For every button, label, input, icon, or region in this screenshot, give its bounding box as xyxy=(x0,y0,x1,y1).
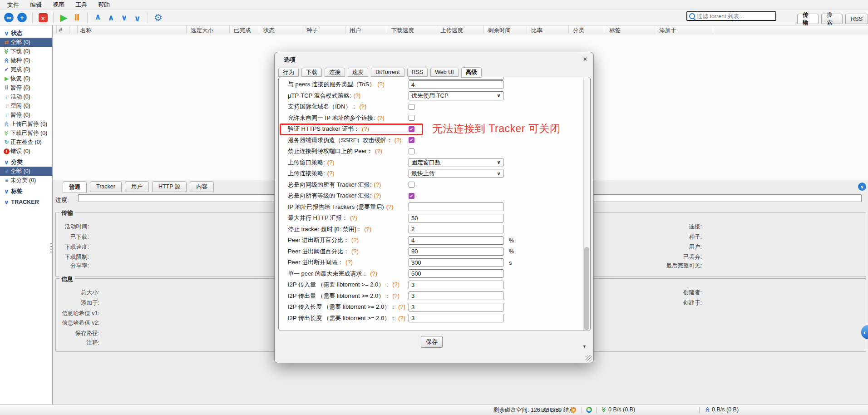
help-link[interactable]: (?) xyxy=(351,237,359,243)
filter-stalled-uploading[interactable]: ≫上传已暂停 (0) xyxy=(0,119,52,128)
setting-checkbox[interactable] xyxy=(409,182,414,188)
column-header-状态[interactable]: 状态 xyxy=(263,27,275,35)
help-link[interactable]: (?) xyxy=(374,181,381,188)
scrollbar-thumb[interactable] xyxy=(584,247,589,330)
resize-grip[interactable] xyxy=(586,355,592,361)
details-tab-内容[interactable]: 内容 xyxy=(190,181,214,192)
column-separator[interactable] xyxy=(77,26,78,34)
help-link[interactable]: (?) xyxy=(398,315,405,321)
column-header-上传速度[interactable]: 上传速度 xyxy=(440,27,463,35)
filter-resumed[interactable]: ▶恢复 (0) xyxy=(0,74,52,83)
move-up-button[interactable]: ∧ xyxy=(106,12,116,23)
column-separator[interactable] xyxy=(345,26,345,34)
column-header-剩余时间[interactable]: 剩余时间 xyxy=(488,27,511,35)
column-header-用户[interactable]: 用户 xyxy=(350,27,361,35)
setting-input[interactable]: 4 xyxy=(409,80,503,89)
filter-errored[interactable]: !错误 (0) xyxy=(0,147,52,156)
section-status[interactable]: ∨状态 xyxy=(0,29,52,38)
section-tags[interactable]: ∨标签 xyxy=(0,187,52,196)
help-link[interactable]: (?) xyxy=(327,159,335,166)
filter-stalled[interactable]: ↓↑暂停 (0) xyxy=(0,110,52,119)
filter-stalled-downloading[interactable]: ≫下载已暂停 (0) xyxy=(0,128,52,138)
scroll-down-icon[interactable]: ▼ xyxy=(582,344,587,349)
details-tab-Tracker[interactable]: Tracker xyxy=(90,181,122,192)
move-down-button[interactable]: ∨ xyxy=(119,12,129,23)
column-header-添加于[interactable]: 添加于 xyxy=(659,27,676,35)
tab-传输[interactable]: 传输 xyxy=(797,14,819,24)
upload-speed-status[interactable]: ≫ 0 B/s (0 B) xyxy=(705,406,739,413)
help-link[interactable]: (?) xyxy=(359,103,366,110)
help-link[interactable]: (?) xyxy=(364,226,371,232)
add-link-button[interactable]: ∞ xyxy=(4,12,14,23)
category-uncategorized[interactable]: ≡未分类 (0) xyxy=(0,176,52,185)
details-tab-用户[interactable]: 用户 xyxy=(125,181,149,192)
filter-active[interactable]: ↓↑活动 (0) xyxy=(0,92,52,101)
setting-select[interactable]: 优先使用 TCP∨ xyxy=(409,91,503,100)
setting-input[interactable]: 2 xyxy=(409,225,503,233)
column-separator[interactable] xyxy=(655,26,655,34)
dialog-scrollbar[interactable] xyxy=(583,78,590,330)
category-all[interactable]: ≡全部 (0) xyxy=(0,167,52,176)
help-link[interactable]: (?) xyxy=(374,192,381,199)
column-separator[interactable] xyxy=(483,26,484,34)
column-separator[interactable] xyxy=(259,26,259,34)
column-separator[interactable] xyxy=(387,26,387,34)
menu-item-视图[interactable]: 视图 xyxy=(47,0,70,10)
setting-select[interactable]: 最快上传∨ xyxy=(409,169,503,178)
column-separator[interactable] xyxy=(436,26,436,34)
filter-input[interactable] xyxy=(695,13,775,20)
column-header-名称[interactable]: 名称 xyxy=(80,27,92,35)
setting-input[interactable]: 300 xyxy=(409,258,503,267)
tab-RSS[interactable]: RSS xyxy=(845,14,868,24)
column-header-已完成[interactable]: 已完成 xyxy=(234,27,251,35)
add-torrent-button[interactable]: + xyxy=(17,12,27,23)
help-link[interactable]: (?) xyxy=(398,303,405,310)
setting-checkbox[interactable]: ✔ xyxy=(409,137,414,143)
help-link[interactable]: (?) xyxy=(392,281,399,288)
help-link[interactable]: (?) xyxy=(386,203,394,210)
column-separator[interactable] xyxy=(229,26,230,34)
resume-button[interactable]: ▶ xyxy=(59,12,69,23)
options-tab-下载[interactable]: 下载 xyxy=(301,68,322,77)
filter-seeding[interactable]: ≫做种 (0) xyxy=(0,56,52,65)
download-speed-status[interactable]: ≫ 0 B/s (0 B) xyxy=(601,406,635,413)
help-link[interactable]: (?) xyxy=(345,259,353,266)
help-link[interactable]: (?) xyxy=(327,170,335,177)
details-tab-普通[interactable]: 普通 xyxy=(63,181,87,193)
options-tab-BitTorrent[interactable]: BitTorrent xyxy=(371,68,404,77)
move-top-button[interactable]: ∧ xyxy=(93,12,103,23)
help-link[interactable]: (?) xyxy=(370,270,377,277)
section-categories[interactable]: ∨分类 xyxy=(0,158,52,167)
save-button[interactable]: 保存 xyxy=(421,336,443,348)
setting-input[interactable]: 4 xyxy=(409,236,503,245)
close-icon[interactable]: × xyxy=(583,55,587,63)
filter-paused[interactable]: Ⅱ暂停 (0) xyxy=(0,83,52,92)
menu-item-编辑[interactable]: 编辑 xyxy=(25,0,47,10)
column-header-比率[interactable]: 比率 xyxy=(531,27,542,35)
help-link[interactable]: (?) xyxy=(353,92,360,99)
column-separator[interactable] xyxy=(302,26,302,34)
setting-input[interactable]: 3 xyxy=(409,281,503,289)
setting-input[interactable]: 3 xyxy=(409,303,503,311)
setting-checkbox[interactable] xyxy=(409,148,414,154)
filter-checking[interactable]: ↻正在检查 (0) xyxy=(0,138,52,147)
column-separator[interactable] xyxy=(568,26,569,34)
help-link[interactable]: (?) xyxy=(392,292,399,299)
section-trackers[interactable]: ∨TRACKER xyxy=(0,198,52,207)
options-button[interactable]: ⚙ xyxy=(153,12,163,23)
menu-item-工具[interactable]: 工具 xyxy=(70,0,93,10)
column-header-标签[interactable]: 标签 xyxy=(609,27,621,35)
details-tab-HTTP 源[interactable]: HTTP 源 xyxy=(152,181,187,192)
column-header-分类[interactable]: 分类 xyxy=(573,27,584,35)
column-separator[interactable] xyxy=(69,26,69,34)
options-tab-Web UI[interactable]: Web UI xyxy=(430,68,458,77)
filter-all[interactable]: ⇄全部 (0) xyxy=(0,38,52,47)
menu-item-帮助[interactable]: 帮助 xyxy=(93,0,115,10)
pause-button[interactable]: Ⅱ xyxy=(72,12,82,23)
setting-checkbox[interactable] xyxy=(409,104,414,110)
setting-input[interactable]: 3 xyxy=(409,291,503,300)
column-header-#[interactable]: # xyxy=(59,27,62,33)
filter-downloading[interactable]: ≫下载 (0) xyxy=(0,47,52,56)
connection-status-icon[interactable] xyxy=(586,407,592,413)
column-separator[interactable] xyxy=(56,26,57,34)
